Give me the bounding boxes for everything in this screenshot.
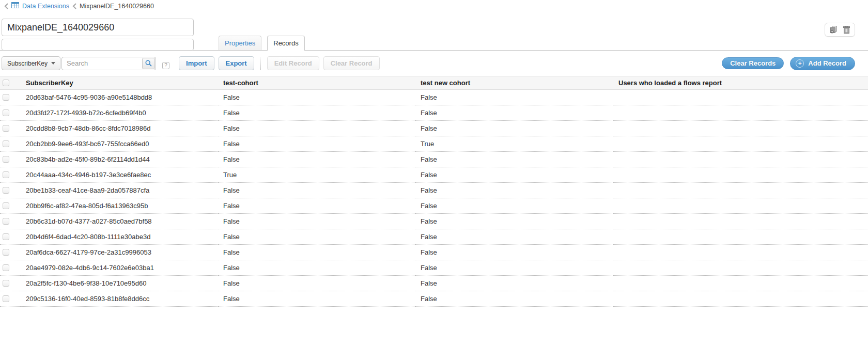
cell-test-new-cohort: False xyxy=(415,121,613,136)
table-row[interactable]: 20a2f5fc-f130-4be6-9f38-10e710e95d60 Fal… xyxy=(0,276,868,291)
table-row[interactable]: 20af6dca-6627-4179-97ce-2a31c9996053 Fal… xyxy=(0,245,868,260)
table-row[interactable]: 20bb9f6c-af82-47ea-805d-f6a13963c95b Fal… xyxy=(0,198,868,214)
description-field[interactable] xyxy=(2,39,194,51)
table-row[interactable]: 20d63baf-5476-4c95-9036-a90e5148bdd8 Fal… xyxy=(0,90,868,105)
cell-subscriberkey: 20cb2bb9-9ee6-493f-bc67-755fcca66ed0 xyxy=(21,136,218,152)
row-checkbox[interactable] xyxy=(3,233,9,240)
cell-subscriberkey: 20af6dca-6627-4179-97ce-2a31c9996053 xyxy=(21,245,218,260)
cell-subscriberkey: 20cdd8b8-9cb7-48db-86cc-8fdc7018986d xyxy=(21,121,218,136)
cell-subscriberkey: 20ae4979-082e-4db6-9c14-7602e6e03ba1 xyxy=(21,260,218,276)
delete-trash-icon[interactable] xyxy=(843,26,850,34)
table-row[interactable]: 20c83b4b-ad2e-45f0-89b2-6f2114dd1d44 Fal… xyxy=(0,152,868,167)
breadcrumb: Data Extensions MixpanelDE_1640029660 xyxy=(0,0,868,11)
breadcrumb-data-extensions-link[interactable]: Data Extensions xyxy=(22,3,69,10)
cell-subscriberkey: 20be1b33-ceaf-41ce-8aa9-2da057887cfa xyxy=(21,183,218,198)
table-row[interactable]: 20c44aaa-434c-4946-b197-3e3ce6fae8ec Tru… xyxy=(0,167,868,183)
table-row[interactable]: 20b4d6f4-6dad-4c20-808b-1111e30abe3d Fal… xyxy=(0,229,868,245)
cell-users-flows-report xyxy=(613,291,868,307)
export-button[interactable]: Export xyxy=(219,56,254,70)
cell-users-flows-report xyxy=(613,152,868,167)
chevron-down-icon xyxy=(51,62,55,65)
import-button[interactable]: Import xyxy=(179,56,214,70)
cell-users-flows-report xyxy=(613,214,868,229)
cell-test-new-cohort: True xyxy=(415,136,613,152)
row-checkbox[interactable] xyxy=(3,94,9,101)
cell-subscriberkey: 20d3fd27-172f-4939-b72c-6cfedb69f4b0 xyxy=(21,105,218,121)
cell-users-flows-report xyxy=(613,167,868,183)
column-header-test-new-cohort: test new cohort xyxy=(415,76,613,90)
cell-test-new-cohort: False xyxy=(415,214,613,229)
column-header-test-cohort: test-cohort xyxy=(218,76,415,90)
row-checkbox[interactable] xyxy=(3,156,9,163)
add-record-button[interactable]: + Add Record xyxy=(790,57,855,70)
cell-test-cohort: False xyxy=(218,245,415,260)
cell-test-cohort: False xyxy=(218,198,415,214)
name-field[interactable] xyxy=(2,19,194,36)
row-checkbox[interactable] xyxy=(3,218,9,225)
clear-record-button[interactable]: Clear Record xyxy=(323,56,380,70)
row-checkbox[interactable] xyxy=(3,109,9,116)
cell-test-new-cohort: False xyxy=(415,183,613,198)
cell-test-cohort: False xyxy=(218,276,415,291)
cell-test-cohort: False xyxy=(218,229,415,245)
cell-test-cohort: False xyxy=(218,105,415,121)
cell-subscriberkey: 20d63baf-5476-4c95-9036-a90e5148bdd8 xyxy=(21,90,218,105)
row-checkbox[interactable] xyxy=(3,202,9,209)
header-section xyxy=(0,11,868,51)
cell-subscriberkey: 209c5136-16f0-40ed-8593-81b8fe8dd6cc xyxy=(21,291,218,307)
table-row[interactable]: 209c5136-16f0-40ed-8593-81b8fe8dd6cc Fal… xyxy=(0,291,868,307)
cell-subscriberkey: 20b4d6f4-6dad-4c20-808b-1111e30abe3d xyxy=(21,229,218,245)
cell-test-cohort: False xyxy=(218,121,415,136)
row-checkbox[interactable] xyxy=(3,187,9,194)
row-checkbox[interactable] xyxy=(3,249,9,256)
cell-test-new-cohort: False xyxy=(415,105,613,121)
cell-subscriberkey: 20c44aaa-434c-4946-b197-3e3ce6fae8ec xyxy=(21,167,218,183)
cell-test-new-cohort: False xyxy=(415,198,613,214)
row-checkbox[interactable] xyxy=(3,280,9,287)
row-checkbox[interactable] xyxy=(3,125,9,132)
cell-test-cohort: False xyxy=(218,152,415,167)
row-checkbox[interactable] xyxy=(3,295,9,302)
cell-subscriberkey: 20b6c31d-b07d-4377-a027-85c0aed7bf58 xyxy=(21,214,218,229)
search-field-dropdown[interactable]: SubscriberKey xyxy=(2,56,60,70)
row-checkbox[interactable] xyxy=(3,140,9,147)
table-row[interactable]: 20b6c31d-b07d-4377-a027-85c0aed7bf58 Fal… xyxy=(0,214,868,229)
clear-records-button[interactable]: Clear Records xyxy=(722,57,784,69)
select-all-checkbox[interactable] xyxy=(3,80,9,86)
cell-users-flows-report xyxy=(613,183,868,198)
table-row[interactable]: 20d3fd27-172f-4939-b72c-6cfedb69f4b0 Fal… xyxy=(0,105,868,121)
cell-test-new-cohort: False xyxy=(415,167,613,183)
cell-test-new-cohort: False xyxy=(415,229,613,245)
cell-test-new-cohort: False xyxy=(415,260,613,276)
cell-test-new-cohort: False xyxy=(415,291,613,307)
row-checkbox[interactable] xyxy=(3,264,9,271)
search-button[interactable] xyxy=(142,58,155,69)
cell-test-cohort: False xyxy=(218,260,415,276)
copy-icon[interactable] xyxy=(830,26,838,34)
toolbar-divider xyxy=(260,57,261,70)
cell-users-flows-report xyxy=(613,245,868,260)
back-chevron-icon[interactable] xyxy=(4,3,8,9)
table-row[interactable]: 20ae4979-082e-4db6-9c14-7602e6e03ba1 Fal… xyxy=(0,260,868,276)
help-icon[interactable]: ? xyxy=(162,62,169,69)
cell-users-flows-report xyxy=(613,90,868,105)
edit-record-button[interactable]: Edit Record xyxy=(267,56,319,70)
cell-test-cohort: False xyxy=(218,291,415,307)
cell-users-flows-report xyxy=(613,121,868,136)
records-tbody: 20d63baf-5476-4c95-9036-a90e5148bdd8 Fal… xyxy=(0,90,868,307)
records-table: SubscriberKey test-cohort test new cohor… xyxy=(0,76,868,307)
cell-test-cohort: False xyxy=(218,183,415,198)
data-extension-table-icon xyxy=(11,2,19,10)
plus-icon: + xyxy=(796,59,804,68)
column-header-subscriberkey: SubscriberKey xyxy=(21,76,218,90)
column-header-users-flows-report: Users who loaded a flows report xyxy=(613,76,868,90)
cell-subscriberkey: 20c83b4b-ad2e-45f0-89b2-6f2114dd1d44 xyxy=(21,152,218,167)
table-row[interactable]: 20cb2bb9-9ee6-493f-bc67-755fcca66ed0 Fal… xyxy=(0,136,868,152)
corner-action-group xyxy=(825,23,855,37)
cell-users-flows-report xyxy=(613,105,868,121)
cell-test-new-cohort: False xyxy=(415,245,613,260)
search-field-dropdown-label: SubscriberKey xyxy=(7,60,48,67)
table-row[interactable]: 20cdd8b8-9cb7-48db-86cc-8fdc7018986d Fal… xyxy=(0,121,868,136)
table-row[interactable]: 20be1b33-ceaf-41ce-8aa9-2da057887cfa Fal… xyxy=(0,183,868,198)
row-checkbox[interactable] xyxy=(3,171,9,178)
